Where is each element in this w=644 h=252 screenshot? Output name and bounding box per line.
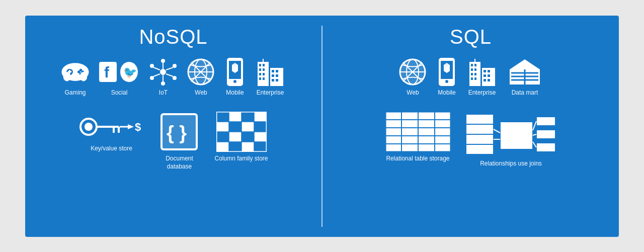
svg-rect-74 (216, 122, 229, 132)
svg-rect-141 (500, 122, 533, 149)
svg-rect-76 (242, 122, 254, 132)
svg-rect-43 (263, 64, 265, 66)
svg-marker-64 (128, 124, 134, 129)
nosql-enterprise-item: Enterprise (255, 58, 285, 97)
sql-web-item: Web (399, 58, 427, 97)
svg-rect-52 (272, 70, 274, 72)
keyvalue-item: $ Key/value store (78, 112, 144, 153)
svg-rect-55 (276, 74, 278, 77)
svg-text:{ }: { } (167, 122, 187, 143)
svg-line-142 (494, 129, 500, 133)
svg-rect-106 (471, 64, 473, 66)
columnfamily-label: Column family store (214, 155, 268, 163)
svg-point-16 (160, 69, 166, 75)
svg-rect-80 (242, 132, 254, 142)
nosql-gaming-item: Gaming (61, 58, 89, 97)
sql-mobile-item: Mobile (437, 58, 457, 97)
datamart-label: Data mart (512, 89, 538, 97)
svg-rect-47 (263, 73, 265, 75)
svg-text:$: $ (135, 121, 141, 133)
svg-point-27 (150, 64, 154, 68)
svg-rect-145 (536, 130, 555, 139)
svg-rect-77 (254, 122, 267, 132)
svg-point-21 (173, 76, 177, 80)
svg-rect-83 (229, 142, 242, 152)
svg-rect-57 (276, 79, 278, 81)
sql-title: SQL (450, 26, 492, 48)
svg-point-8 (77, 70, 80, 73)
svg-rect-82 (216, 142, 229, 152)
svg-point-25 (150, 76, 154, 80)
svg-point-40 (233, 80, 236, 83)
svg-rect-48 (259, 77, 261, 80)
nosql-section: NoSQL (25, 16, 321, 237)
svg-rect-112 (471, 77, 473, 80)
svg-rect-45 (263, 68, 265, 71)
nosql-web-label: Web (195, 89, 207, 97)
iot-icon (149, 58, 177, 86)
nosql-mobile-item: Mobile (225, 58, 245, 97)
svg-point-59 (85, 123, 93, 131)
svg-rect-116 (484, 70, 486, 72)
nosql-mobile-icon (225, 58, 245, 86)
svg-rect-146 (536, 143, 555, 152)
sql-stores-row: Relational table storage (338, 112, 604, 168)
svg-rect-118 (484, 74, 486, 77)
datamart-icon (507, 58, 542, 86)
nosql-social-item: f 🐦 Social (99, 58, 139, 97)
sql-web-label: Web (407, 89, 419, 97)
svg-line-20 (166, 67, 173, 70)
svg-rect-117 (488, 70, 490, 72)
gaming-icon (61, 58, 89, 86)
svg-rect-49 (263, 77, 265, 80)
svg-point-104 (445, 80, 448, 83)
svg-line-149 (533, 142, 536, 147)
nosql-stores-row: $ Key/value store { } Document database (40, 112, 306, 171)
svg-point-19 (173, 64, 177, 68)
sql-section: SQL Web (323, 16, 619, 237)
gaming-label: Gaming (64, 89, 86, 97)
sql-enterprise-item: Enterprise (467, 58, 497, 97)
svg-rect-42 (259, 64, 261, 66)
document-item: { } Document database (159, 112, 199, 171)
document-label: Document database (166, 155, 193, 171)
svg-rect-53 (276, 70, 278, 72)
svg-rect-81 (254, 132, 267, 142)
nosql-icons-row: Gaming f 🐦 Social (40, 58, 306, 97)
relational-label: Relational table storage (386, 155, 449, 163)
svg-rect-71 (229, 112, 242, 122)
svg-rect-70 (216, 112, 229, 122)
svg-point-10 (63, 72, 71, 81)
nosql-web-icon (187, 58, 215, 86)
columnfamily-item: Column family store (214, 112, 268, 163)
svg-point-17 (161, 59, 165, 63)
svg-point-23 (161, 81, 165, 86)
sql-web-icon (399, 58, 427, 86)
svg-point-11 (80, 72, 88, 81)
joins-label: Relationships use joins (480, 160, 542, 168)
nosql-mobile-label: Mobile (226, 89, 244, 97)
relational-item: Relational table storage (385, 112, 451, 163)
svg-rect-107 (474, 64, 476, 66)
nosql-title: NoSQL (139, 26, 207, 48)
svg-rect-75 (229, 122, 242, 132)
joins-item: Relationships use joins (466, 112, 556, 168)
svg-rect-44 (259, 68, 261, 71)
nosql-iot-item: IoT (149, 58, 177, 97)
sql-datamart-item: Data mart (507, 58, 542, 97)
svg-rect-109 (474, 68, 476, 71)
sql-icons-row: Web Mobile (338, 58, 604, 97)
svg-rect-121 (488, 79, 490, 81)
svg-rect-120 (484, 79, 486, 81)
social-icon: f 🐦 (99, 58, 139, 86)
iot-label: IoT (159, 89, 168, 97)
svg-rect-46 (259, 73, 261, 75)
svg-rect-108 (471, 68, 473, 71)
svg-line-22 (166, 74, 173, 76)
keyvalue-label: Key/value store (91, 145, 132, 153)
svg-line-28 (153, 67, 160, 70)
svg-rect-119 (488, 74, 490, 77)
svg-rect-56 (272, 79, 274, 81)
main-container: NoSQL (25, 16, 619, 237)
svg-rect-54 (272, 74, 274, 77)
